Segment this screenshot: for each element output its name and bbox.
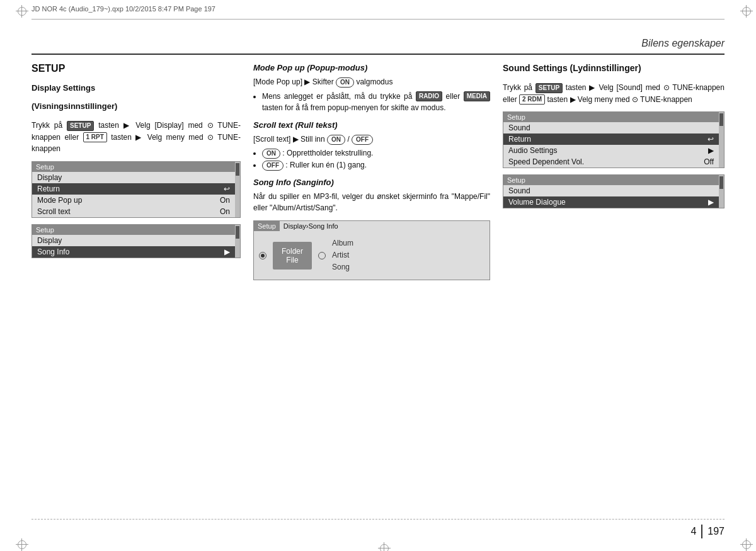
sound-menu2-scrollbar-thumb [719, 176, 723, 189]
menu-row-setup: Setup [32, 162, 235, 172]
radio-filled [259, 252, 266, 259]
sound-menu2-scrollbar [719, 175, 724, 208]
scroll-text-title: Scroll text (Rull tekst) [253, 120, 490, 130]
menu2-row-song-info: Song Info ▶ [32, 246, 235, 258]
display-settings-subtitle: (Visningsinnstillinger) [32, 101, 241, 111]
menu2-content: Setup Display Song Info ▶ [32, 225, 235, 258]
song-info-menu-box: Setup Display›Song Info FolderFile Album… [253, 220, 490, 281]
menu2-scrollbar-thumb [236, 226, 239, 239]
off-bullet-badge: OFF [262, 161, 284, 171]
media-badge: MEDIA [464, 91, 490, 101]
page-num-left: 4 [690, 526, 696, 537]
sound-menu-2: Setup Sound Volume Dialogue ▶ [503, 174, 724, 208]
file-info: JD NOR 4c (Audio_179~).qxp 10/2/2015 8:4… [32, 5, 215, 13]
song-info-header-right: Display›Song Info [280, 221, 490, 231]
sound-menu1-row-audio: Audio Settings ▶ [503, 145, 719, 156]
sound-menu1-row-setup: Setup [503, 112, 719, 122]
album-artist-song: AlbumArtistSong [332, 237, 353, 274]
sound-menu1-scrollbar-thumb [719, 113, 723, 126]
menu-scrollbar [235, 162, 240, 217]
song-info-header: Setup Display›Song Info [254, 221, 490, 231]
sound-settings-title: Sound Settings (Lydinnstillinger) [503, 63, 724, 73]
menu2-scrollbar [235, 225, 240, 258]
header-line [32, 19, 724, 20]
menu-row-display: Display [32, 172, 235, 183]
left-column: SETUP Display Settings (Visningsinnstill… [32, 63, 253, 513]
scroll-text-body: [Scroll text] ▶ Still inn ON / OFF ON : … [253, 133, 490, 171]
radio-empty [318, 252, 326, 259]
chapter-title: Bilens egenskaper [641, 38, 724, 49]
menu2-row-setup: Setup [32, 225, 235, 235]
middle-column: Mode Pop up (Popup-modus) [Mode Pop up] … [253, 63, 503, 513]
menu-content: Setup Display Return ↩ Mode Pop up On Sc [32, 162, 235, 217]
sound-menu2-row-sound: Sound [503, 185, 719, 196]
menu-with-scrollbar: Setup Display Return ↩ Mode Pop up On Sc [32, 162, 240, 217]
bottom-divider-line [32, 519, 724, 520]
sound-setup-badge: SETUP [536, 83, 563, 93]
rdm-badge: 2 RDM [519, 94, 545, 105]
scrollbar-thumb [236, 163, 239, 176]
song-info-header-left: Setup [254, 221, 280, 231]
setup-title: SETUP [32, 63, 241, 74]
chapter-title-underline [32, 54, 724, 55]
display-body-text: Trykk på SETUP tasten ▶ Velg [Display] m… [32, 120, 241, 155]
song-info-title: Song Info (Sanginfo) [253, 178, 490, 187]
setup-badge: SETUP [67, 121, 94, 131]
folder-file-box: FolderFile [273, 242, 312, 270]
top-header: JD NOR 4c (Audio_179~).qxp 10/2/2015 8:4… [32, 5, 724, 13]
sound-menu1-scrollbar [719, 112, 724, 168]
sound-menu1-content: Setup Sound Return ↩ Audio Settings ▶ Sp [503, 112, 719, 168]
on-badge-2: ON [327, 135, 345, 145]
mode-popup-title: Mode Pop up (Popup-modus) [253, 63, 490, 72]
rpt-badge: 1 RPT [83, 132, 107, 142]
radio-group-folder [259, 252, 266, 259]
page-divider [701, 525, 702, 538]
menu-row-return: Return ↩ [32, 183, 235, 195]
sound-menu1-row-speed: Speed Dependent Vol. Off [503, 156, 719, 168]
page-number-area: 4 197 [690, 525, 724, 538]
mode-popup-body: [Mode Pop up] ▶ Skifter ON valgmodus Men… [253, 76, 490, 114]
on-bullet-badge: ON [262, 149, 280, 159]
sound-menu-1: Setup Sound Return ↩ Audio Settings ▶ Sp [503, 111, 724, 168]
right-column: Sound Settings (Lydinnstillinger) Trykk … [503, 63, 724, 513]
on-badge: ON [336, 77, 354, 88]
main-content: SETUP Display Settings (Visningsinnstill… [32, 63, 724, 513]
sound-body-text: Trykk på SETUP tasten ▶ Velg [Sound] med… [503, 82, 724, 105]
menu-row-mode-popup: Mode Pop up On [32, 195, 235, 206]
menu2-with-scrollbar: Setup Display Song Info ▶ [32, 225, 240, 258]
radio-group-album [318, 252, 326, 259]
page-num-right: 197 [707, 526, 724, 537]
sound-menu1-row-return: Return ↩ [503, 133, 719, 145]
display-menu-1: Setup Display Return ↩ Mode Pop up On Sc [32, 161, 241, 218]
sound-menu2-content: Setup Sound Volume Dialogue ▶ [503, 175, 719, 208]
display-settings-title: Display Settings [32, 83, 241, 93]
song-info-body-area: FolderFile AlbumArtistSong [254, 231, 490, 280]
menu-row-scroll-text: Scroll text On [32, 206, 235, 217]
display-menu-2: Setup Display Song Info ▶ [32, 224, 241, 258]
sound-menu1-with-scroll: Setup Sound Return ↩ Audio Settings ▶ Sp [503, 112, 724, 168]
sound-menu2-row-volume: Volume Dialogue ▶ [503, 196, 719, 208]
sound-menu2-with-scroll: Setup Sound Volume Dialogue ▶ [503, 175, 724, 208]
radio-badge: RADIO [416, 91, 442, 101]
off-badge: OFF [352, 135, 373, 145]
sound-menu1-row-sound: Sound [503, 122, 719, 133]
song-info-body: Når du spiller en MP3-fil, velger du øns… [253, 191, 490, 214]
sound-menu2-row-setup: Setup [503, 175, 719, 185]
menu2-row-display: Display [32, 235, 235, 246]
